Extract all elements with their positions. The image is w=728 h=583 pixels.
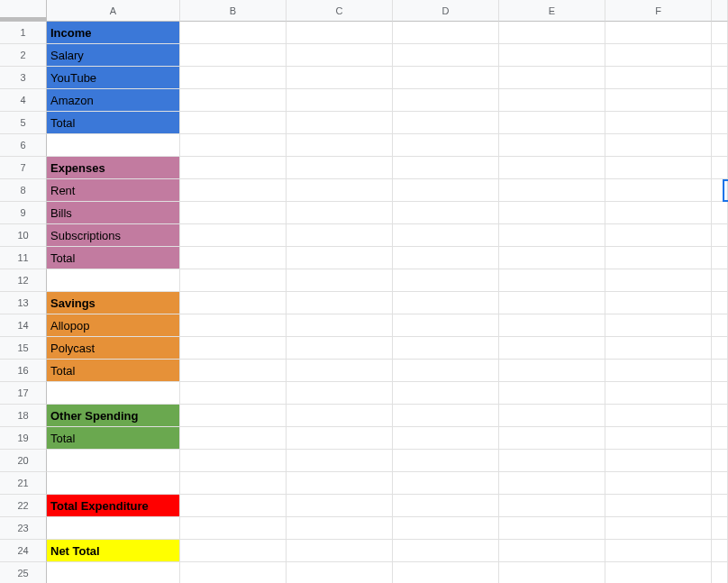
cell-partial-3[interactable] [712,67,728,89]
cell-B18[interactable] [180,405,287,427]
cell-F19[interactable] [605,427,712,450]
cell-partial-2[interactable] [712,44,728,67]
row-header-22[interactable]: 22 [0,495,47,517]
cell-C1[interactable] [287,22,393,44]
cell-A1[interactable]: Income [47,22,180,44]
row-header-2[interactable]: 2 [0,44,47,67]
cell-D14[interactable] [393,314,499,337]
cell-B16[interactable] [180,360,287,382]
cell-A13[interactable]: Savings [47,292,180,314]
cell-partial-4[interactable] [712,89,728,112]
cell-E5[interactable] [499,112,605,134]
cell-C25[interactable] [287,562,393,583]
cell-A25[interactable] [47,562,180,583]
cell-A20[interactable] [47,450,180,472]
cell-B8[interactable] [180,179,287,202]
cell-D24[interactable] [393,540,499,562]
cell-B23[interactable] [180,517,287,540]
cell-C16[interactable] [287,360,393,382]
cell-E24[interactable] [499,540,605,562]
cell-partial-24[interactable] [712,540,728,562]
cell-A16[interactable]: Total [47,360,180,382]
cell-D22[interactable] [393,495,499,517]
cell-B6[interactable] [180,134,287,157]
row-header-11[interactable]: 11 [0,247,47,269]
cell-F22[interactable] [605,495,712,517]
cell-E18[interactable] [499,405,605,427]
cell-D17[interactable] [393,382,499,405]
cell-partial-17[interactable] [712,382,728,405]
cell-B4[interactable] [180,89,287,112]
cell-F10[interactable] [605,224,712,247]
cell-partial-5[interactable] [712,112,728,134]
cell-partial-21[interactable] [712,472,728,495]
row-header-9[interactable]: 9 [0,202,47,224]
column-header-E[interactable]: E [499,0,605,22]
cell-A22[interactable]: Total Expenditure [47,495,180,517]
cell-E23[interactable] [499,517,605,540]
row-header-23[interactable]: 23 [0,517,47,540]
cell-C11[interactable] [287,247,393,269]
cell-D25[interactable] [393,562,499,583]
row-header-25[interactable]: 25 [0,562,47,583]
cell-B7[interactable] [180,157,287,179]
cell-D3[interactable] [393,67,499,89]
cell-C24[interactable] [287,540,393,562]
cell-C6[interactable] [287,134,393,157]
row-header-12[interactable]: 12 [0,269,47,292]
cell-D15[interactable] [393,337,499,360]
cell-A11[interactable]: Total [47,247,180,269]
cell-partial-23[interactable] [712,517,728,540]
cell-B9[interactable] [180,202,287,224]
cell-A9[interactable]: Bills [47,202,180,224]
select-all-corner[interactable] [0,0,47,22]
cell-C8[interactable] [287,179,393,202]
cell-D5[interactable] [393,112,499,134]
cell-A24[interactable]: Net Total [47,540,180,562]
cell-C12[interactable] [287,269,393,292]
cell-A12[interactable] [47,269,180,292]
cell-C17[interactable] [287,382,393,405]
cell-E12[interactable] [499,269,605,292]
cell-B21[interactable] [180,472,287,495]
cell-B10[interactable] [180,224,287,247]
cell-partial-22[interactable] [712,495,728,517]
cell-B20[interactable] [180,450,287,472]
cell-D6[interactable] [393,134,499,157]
cell-C5[interactable] [287,112,393,134]
cell-B15[interactable] [180,337,287,360]
row-header-21[interactable]: 21 [0,472,47,495]
cell-C22[interactable] [287,495,393,517]
cell-D18[interactable] [393,405,499,427]
cell-F1[interactable] [605,22,712,44]
cell-B22[interactable] [180,495,287,517]
cell-C21[interactable] [287,472,393,495]
cell-partial-9[interactable] [712,202,728,224]
cell-A4[interactable]: Amazon [47,89,180,112]
cell-partial-10[interactable] [712,224,728,247]
cell-C3[interactable] [287,67,393,89]
cell-A2[interactable]: Salary [47,44,180,67]
cell-A6[interactable] [47,134,180,157]
cell-C7[interactable] [287,157,393,179]
cell-E16[interactable] [499,360,605,382]
cell-F12[interactable] [605,269,712,292]
cell-F20[interactable] [605,450,712,472]
cell-E6[interactable] [499,134,605,157]
cell-F16[interactable] [605,360,712,382]
cell-partial-13[interactable] [712,292,728,314]
row-header-8[interactable]: 8 [0,179,47,202]
cell-D4[interactable] [393,89,499,112]
cell-D21[interactable] [393,472,499,495]
cell-C20[interactable] [287,450,393,472]
cell-F3[interactable] [605,67,712,89]
cell-C9[interactable] [287,202,393,224]
row-header-18[interactable]: 18 [0,405,47,427]
cell-E3[interactable] [499,67,605,89]
cell-D13[interactable] [393,292,499,314]
cell-A17[interactable] [47,382,180,405]
row-header-10[interactable]: 10 [0,224,47,247]
cell-B13[interactable] [180,292,287,314]
row-header-15[interactable]: 15 [0,337,47,360]
cell-F5[interactable] [605,112,712,134]
